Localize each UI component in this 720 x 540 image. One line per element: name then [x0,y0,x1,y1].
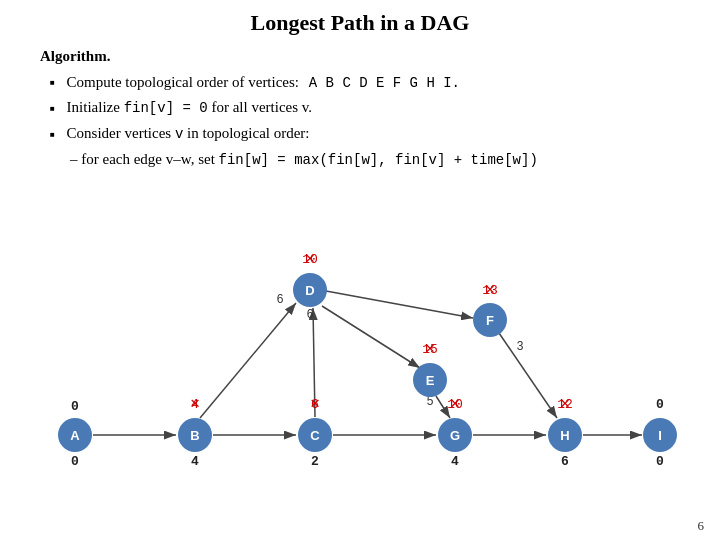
bullet-2: Initialize fin[v] = 0 for all vertices v… [50,95,720,121]
fin-g-x: ✕ [450,395,460,413]
fin-d-x: ✕ [305,250,315,268]
edge-d-e [322,306,420,368]
node-d-label: D [305,283,314,298]
time-h-below: 6 [561,454,569,469]
graph-area: 0 0 4 ✕ 4 6 ✕ 2 10 ✕ 6 6 15 ✕ 5 13 ✕ 3 1… [0,170,720,530]
time-c-below: 2 [311,454,319,469]
fin-f-x: ✕ [485,281,495,299]
node-c-label: C [310,428,320,443]
time-i-below: 0 [656,454,664,469]
rule-code: fin[w] = max(fin[w], fin[v] + time[w]) [219,152,538,168]
edge-label-cd: 6 [307,307,314,321]
node-e-label: E [426,373,435,388]
bullet-1: Compute topological order of vertices: A… [50,70,720,96]
edge-label-f: 3 [517,339,524,353]
fin-b-x: ✕ [190,395,200,413]
node-f-label: F [486,313,494,328]
node-h-label: H [560,428,569,443]
fin-a-above: 0 [71,399,79,414]
edge-f-h [499,333,557,418]
node-b-label: B [190,428,199,443]
bullet-2-text: Initialize [67,99,124,115]
page-title: Longest Path in a DAG [0,0,720,44]
page-number: 6 [698,518,705,534]
graph-svg: 0 0 4 ✕ 4 6 ✕ 2 10 ✕ 6 6 15 ✕ 5 13 ✕ 3 1… [0,170,720,530]
bullet-3: Consider vertices v in topological order… [50,121,720,147]
edge-b-d [200,303,296,418]
fin-e-x: ✕ [425,340,435,358]
edge-label-bd: 6 [277,292,284,306]
bullet-1-text: Compute topological order of vertices: [67,74,299,90]
time-b-below: 4 [191,454,199,469]
fin-i-above: 0 [656,397,664,412]
node-g-label: G [450,428,460,443]
bullet-1-suffix: A B C D E F G H I. [309,75,460,91]
time-a-below: 0 [71,454,79,469]
fin-h-x: ✕ [560,395,570,413]
fin-c-x: ✕ [310,395,320,413]
bullet-2-end: for all vertices v. [208,99,312,115]
node-a-label: A [70,428,80,443]
bullet-3-text: Consider vertices [67,125,175,141]
bullet-2-code: fin[v] = 0 [124,100,208,116]
node-i-label: I [658,428,662,443]
rule-line: – for each edge v–w, set fin[w] = max(fi… [70,147,720,173]
bullet-3-end: in topological order: [183,125,309,141]
edge-d-f [326,291,473,318]
rule-text: – for each edge v–w, set [70,151,219,167]
algorithm-label: Algorithm. [40,48,110,64]
time-g-below: 4 [451,454,459,469]
